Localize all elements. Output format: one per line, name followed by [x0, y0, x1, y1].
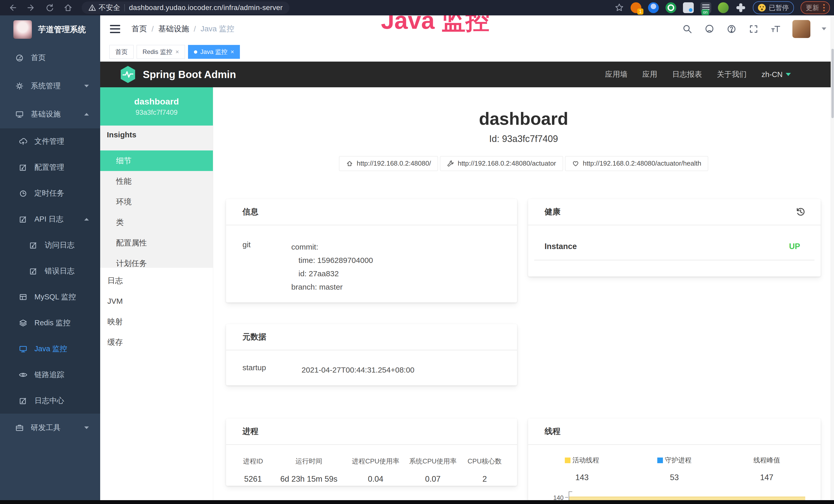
sidebar-item-system[interactable]: 系统管理 [0, 72, 100, 100]
tab-java[interactable]: Java 监控 × [188, 45, 240, 59]
sidebar-item-trace[interactable]: 链路追踪 [0, 362, 100, 388]
chevron-up-icon [84, 218, 89, 221]
update-button[interactable]: 更新 [800, 1, 830, 14]
sba-item-classes[interactable]: 类 [100, 212, 213, 233]
edit-icon [19, 396, 28, 406]
sidebar-item-mysql[interactable]: MySQL 监控 [0, 284, 100, 310]
sba-item-logs[interactable]: 日志 [100, 270, 213, 291]
browser-menu-icon[interactable] [823, 4, 825, 11]
sba-sidebar: dashboard 93a3fc7f7409 Insights 细节 性能 环境… [100, 87, 213, 500]
threads-live-stat: 活动线程 143 [536, 456, 628, 482]
stat-value: 143 [536, 473, 628, 482]
sba-item-jvm[interactable]: JVM [100, 291, 213, 312]
dashboard-icon [15, 53, 24, 62]
sidebar-item-files[interactable]: 文件管理 [0, 129, 100, 154]
fullscreen-icon[interactable] [748, 24, 759, 35]
omnibox-divider [124, 4, 125, 11]
tab-home[interactable]: 首页 [109, 45, 134, 59]
extension-icon-list[interactable]: on [700, 2, 711, 13]
col-uptime: 运行时间 [271, 457, 347, 466]
instance-url-button[interactable]: http://192.168.0.2:48080/ [339, 156, 438, 171]
actuator-url: http://192.168.0.2:48080/actuator [458, 159, 556, 167]
paused-pill[interactable]: 已暂停 [753, 1, 794, 14]
home-icon [346, 160, 353, 167]
scrollbar-thumb[interactable] [831, 49, 834, 118]
app-logo-row[interactable]: 芋道管理系统 [0, 16, 100, 44]
sidebar-item-devtools[interactable]: 研发工具 [0, 414, 100, 442]
extension-icon-leaf[interactable] [718, 2, 729, 13]
chevron-down-icon [84, 427, 89, 429]
bookmark-star-icon[interactable] [615, 3, 624, 12]
breadcrumb: 首页 / 基础设施 / Java 监控 [132, 24, 234, 34]
github-icon[interactable] [704, 24, 715, 35]
extension-badge: 1 [637, 8, 643, 15]
not-secure-label: 不安全 [98, 3, 120, 13]
extensions-puzzle-icon[interactable] [736, 2, 746, 13]
sba-nav-wallboard[interactable]: 应用墙 [605, 69, 628, 79]
sba-item-environment[interactable]: 环境 [100, 191, 213, 212]
user-avatar[interactable] [792, 20, 810, 38]
sba-item-config-props[interactable]: 配置属性 [100, 233, 213, 253]
not-secure-icon [88, 4, 96, 12]
sidebar-item-infra[interactable]: 基础设施 [0, 100, 100, 129]
sba-nav-about[interactable]: 关于我们 [717, 69, 747, 79]
health-url: http://192.168.0.2:48080/actuator/health [583, 159, 701, 167]
sidebar-item-java[interactable]: Java 监控 [0, 336, 100, 362]
col-system-cpu: 系统CPU使用率 [404, 457, 462, 466]
health-url-button[interactable]: http://192.168.0.2:48080/actuator/health [565, 156, 708, 171]
git-commit-line: commit: [291, 240, 373, 254]
sba-nav-journal[interactable]: 日志报表 [672, 69, 702, 79]
sidebar-item-label: 研发工具 [31, 422, 61, 433]
font-size-icon[interactable] [770, 24, 781, 35]
val-cpu-cores: 2 [462, 475, 508, 484]
sba-item-caches[interactable]: 缓存 [100, 332, 213, 352]
sba-nav-applications[interactable]: 应用 [642, 69, 657, 79]
sba-item-metrics[interactable]: 性能 [100, 171, 213, 191]
sidebar-item-label: MySQL 监控 [35, 292, 76, 302]
sba-title: Spring Boot Admin [143, 69, 236, 81]
sidebar-item-log-center[interactable]: 日志中心 [0, 388, 100, 414]
spring-boot-admin-logo [120, 66, 136, 84]
sba-section-insights[interactable]: Insights [100, 125, 213, 144]
sba-item-details[interactable]: 细节 [100, 151, 213, 171]
help-icon[interactable] [726, 24, 737, 35]
chevron-up-icon [84, 113, 89, 116]
threads-peak-stat: 线程峰值 147 [721, 456, 813, 482]
sidebar-item-jobs[interactable]: 定时任务 [0, 180, 100, 206]
info-panel: 信息 git commit: time: 1596289704000 id: 2… [226, 199, 517, 302]
browser-back-icon[interactable] [8, 3, 18, 13]
sidebar-item-home[interactable]: 首页 [0, 44, 100, 72]
sba-instance-header[interactable]: dashboard 93a3fc7f7409 [100, 87, 213, 125]
extension-icon-green-circle[interactable] [665, 2, 676, 13]
extension-icon-pin[interactable] [648, 2, 659, 13]
browser-home-icon[interactable] [63, 3, 73, 13]
sidebar-item-label: 配置管理 [35, 162, 64, 173]
sba-item-mappings[interactable]: 映射 [100, 312, 213, 332]
tab-close-icon[interactable]: × [231, 48, 234, 55]
hamburger-icon[interactable] [110, 25, 120, 33]
breadcrumb-home[interactable]: 首页 [132, 24, 147, 34]
tab-close-icon[interactable]: × [175, 48, 179, 55]
browser-forward-icon[interactable] [26, 3, 36, 13]
sidebar-item-redis[interactable]: Redis 监控 [0, 310, 100, 336]
actuator-url-button[interactable]: http://192.168.0.2:48080/actuator [440, 156, 563, 171]
cloud-upload-icon [19, 137, 28, 146]
instance-title: dashboard [213, 109, 834, 129]
browser-reload-icon[interactable] [45, 3, 54, 13]
ytick-140: 140 [544, 494, 564, 501]
sidebar-item-error-log[interactable]: 错误日志 [0, 258, 100, 284]
sba-locale-select[interactable]: zh-CN [762, 70, 791, 79]
sidebar-item-access-log[interactable]: 访问日志 [0, 232, 100, 258]
breadcrumb-infra[interactable]: 基础设施 [158, 24, 189, 34]
user-menu-caret-icon[interactable] [822, 27, 826, 30]
address-bar[interactable]: 不安全 dashboard.yudao.iocoder.cn/infra/adm… [82, 2, 289, 14]
tab-redis[interactable]: Redis 监控 × [137, 45, 185, 59]
threads-daemon-stat: 守护进程 53 [628, 456, 721, 482]
sidebar-item-api-log[interactable]: API 日志 [0, 206, 100, 232]
extension-icon-grid[interactable] [683, 2, 694, 13]
search-icon[interactable] [682, 24, 693, 35]
sba-root-menu: 日志 JVM 映射 缓存 [100, 268, 213, 352]
history-icon[interactable] [795, 206, 806, 217]
extension-icon-orange[interactable]: 1 [631, 2, 641, 13]
sidebar-item-config[interactable]: 配置管理 [0, 154, 100, 180]
